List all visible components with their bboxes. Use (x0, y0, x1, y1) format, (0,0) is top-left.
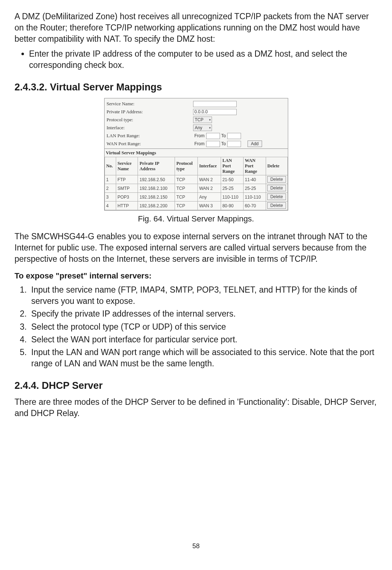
delete-button[interactable]: Delete (267, 202, 286, 209)
cell-service: SMTP (116, 184, 138, 193)
cell-ip: 192.168.2.50 (138, 175, 175, 184)
label-wan-to: To (221, 141, 226, 146)
table-row: 1FTP192.168.2.50TCPWAN 221-5011-40Delete (105, 175, 287, 184)
cell-ip: 192.168.2.200 (138, 201, 175, 210)
page-number: 58 (15, 542, 377, 550)
cell-proto: TCP (175, 201, 197, 210)
step-item: Input the LAN and WAN port range which w… (29, 347, 377, 369)
heading-vsm: 2.4.3.2. Virtual Server Mappings (15, 82, 377, 93)
cell-service: POP3 (116, 193, 138, 201)
delete-button[interactable]: Delete (267, 176, 286, 183)
chevron-down-icon: ▾ (209, 118, 211, 122)
cell-delete: Delete (266, 175, 287, 184)
cell-lan: 110-110 (221, 193, 243, 201)
cell-wan: 25-25 (243, 184, 266, 193)
label-service-name: Service Name: (107, 101, 193, 107)
input-wan-from[interactable] (206, 141, 220, 147)
cell-iface: WAN 2 (197, 184, 221, 193)
cell-iface: WAN 2 (197, 175, 221, 184)
vsm-figure: Service Name: Private IP Address: 0.0.0.… (104, 98, 288, 211)
heading-dhcp: 2.4.4. DHCP Server (15, 380, 377, 391)
cell-wan: 110-110 (243, 193, 266, 201)
table-row: 2SMTP192.168.2.100TCPWAN 225-2525-25Dele… (105, 184, 287, 193)
cell-delete: Delete (266, 201, 287, 210)
th-delete: Delete (266, 157, 287, 175)
cell-lan: 80-90 (221, 201, 243, 210)
cell-no: 1 (105, 175, 116, 184)
input-private-ip[interactable]: 0.0.0.0 (193, 109, 237, 115)
cell-proto: TCP (175, 184, 197, 193)
cell-service: HTTP (116, 201, 138, 210)
cell-lan: 21-50 (221, 175, 243, 184)
th-iface: Interface (197, 157, 221, 175)
input-lan-from[interactable] (206, 133, 220, 139)
label-lan-from: From (195, 133, 205, 138)
cell-no: 2 (105, 184, 116, 193)
step-item: Select the protocol type (TCP or UDP) of… (29, 321, 377, 333)
dhcp-paragraph: There are three modes of the DHCP Server… (15, 396, 377, 419)
label-interface: Interface: (107, 125, 193, 131)
dmz-bullet: Enter the private IP address of the comp… (29, 48, 377, 71)
label-wan-port-range: WAN Port Range: (107, 141, 193, 147)
select-protocol-type-value: TCP (195, 117, 204, 122)
expose-preset-heading: To expose "preset" internal servers: (15, 271, 377, 281)
label-lan-to: To (221, 133, 226, 138)
cell-wan: 11-40 (243, 175, 266, 184)
th-proto: Protocol type (175, 157, 197, 175)
label-lan-port-range: LAN Port Range: (107, 133, 193, 139)
th-wan: WAN Port Range (243, 157, 266, 175)
th-service: Service Name (116, 157, 138, 175)
add-button[interactable]: Add (248, 141, 262, 147)
chevron-down-icon: ▾ (209, 126, 211, 130)
label-private-ip: Private IP Address: (107, 109, 193, 115)
vsm-description: The SMCWHSG44-G enables you to expose in… (15, 231, 377, 265)
vsm-table-title: Virtual Server Mappings (105, 148, 288, 157)
dmz-paragraph: A DMZ (DeMilitarized Zone) host receives… (15, 11, 377, 45)
cell-proto: TCP (175, 193, 197, 201)
figure-caption: Fig. 64. Virtual Server Mappings. (15, 214, 377, 224)
select-protocol-type[interactable]: TCP ▾ (193, 117, 212, 123)
cell-no: 3 (105, 193, 116, 201)
select-interface[interactable]: Any ▾ (193, 125, 212, 131)
label-protocol-type: Protocol type: (107, 117, 193, 123)
select-interface-value: Any (195, 125, 203, 130)
cell-wan: 60-70 (243, 201, 266, 210)
input-lan-to[interactable] (227, 133, 241, 139)
cell-iface: Any (197, 193, 221, 201)
cell-ip: 192.168.2.100 (138, 184, 175, 193)
table-row: 4HTTP192.168.2.200TCPWAN 380-9060-70Dele… (105, 201, 287, 210)
cell-delete: Delete (266, 184, 287, 193)
label-wan-from: From (195, 141, 205, 146)
cell-ip: 192.168.2.150 (138, 193, 175, 201)
cell-proto: TCP (175, 175, 197, 184)
input-service-name[interactable] (193, 101, 237, 107)
delete-button[interactable]: Delete (267, 185, 286, 191)
step-item: Select the WAN port interface for partic… (29, 334, 377, 345)
cell-service: FTP (116, 175, 138, 184)
cell-lan: 25-25 (221, 184, 243, 193)
delete-button[interactable]: Delete (267, 194, 286, 200)
table-row: 3POP3192.168.2.150TCPAny110-110110-110De… (105, 193, 287, 201)
th-lan: LAN Port Range (221, 157, 243, 175)
vsm-table: No. Service Name Private IP Address Prot… (105, 157, 288, 210)
cell-iface: WAN 3 (197, 201, 221, 210)
step-item: Specify the private IP addresses of the … (29, 308, 377, 319)
th-ip: Private IP Address (138, 157, 175, 175)
cell-no: 4 (105, 201, 116, 210)
step-item: Input the service name (FTP, IMAP4, SMTP… (29, 284, 377, 307)
cell-delete: Delete (266, 193, 287, 201)
input-wan-to[interactable] (227, 141, 241, 147)
th-no: No. (105, 157, 116, 175)
